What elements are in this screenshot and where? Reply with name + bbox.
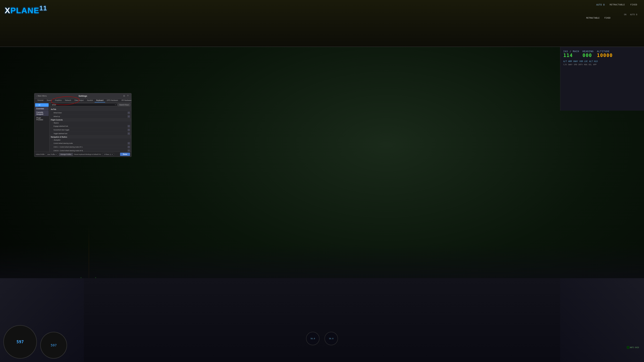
tab-sound[interactable]: Sound xyxy=(45,98,53,102)
keybind-wheel-up-label: Wheel up xyxy=(54,116,128,117)
xplane-chevron-icon: ▾ xyxy=(112,153,113,155)
active-profile-label: Active Profile xyxy=(36,153,44,155)
tab-vr-hardware[interactable]: VR Hardware xyxy=(120,98,133,102)
ap-altitude-label: ALTITUDE xyxy=(597,50,613,53)
settings-dialog: ‹ Main Menu Settings ⊡ ? General Sound G… xyxy=(34,93,132,157)
done-button[interactable]: Done xyxy=(120,153,130,156)
search-input[interactable] xyxy=(52,104,114,106)
ap-altitude-value: 10000 xyxy=(597,53,613,58)
keybind-toggle-tailwheel: Toggle tailwheel lock xyxy=(54,133,128,134)
ap-heading-label: HEADING xyxy=(582,50,594,53)
sidebar-item-currently-assigned[interactable]: Currently Assigned xyxy=(35,111,49,116)
keybind-engage-tailwheel: Engage tailwheel lock xyxy=(54,125,128,127)
tab-gps-hardware[interactable]: GPS Hardware xyxy=(105,98,120,102)
add-key-toggle-tailwheel[interactable]: + xyxy=(128,132,130,135)
dialog-header: ‹ Main Menu Settings ⊡ ? xyxy=(34,93,131,98)
sidebar-item-plugin-provided[interactable]: Plugin Provided xyxy=(35,116,49,121)
keybind-cws-mode: Control wheel steering mode. xyxy=(54,142,128,144)
xplane-dropdown[interactable]: X-Plane 11 ▾ xyxy=(103,153,114,156)
app-logo: XPLANE11 xyxy=(5,5,47,15)
table-row: Control wheel steering mode. + xyxy=(50,141,131,145)
tab-joystick[interactable]: Joystick xyxy=(85,98,94,102)
add-key-engage-tailwheel[interactable]: + xyxy=(128,125,130,127)
xplane-value: X-Plane 11 xyxy=(104,153,111,155)
add-key-nosewheel-steer[interactable]: + xyxy=(128,129,130,131)
tab-graphics[interactable]: Graphics xyxy=(53,98,64,102)
resize-button[interactable]: ⊡ xyxy=(122,94,126,97)
tab-general[interactable]: General xyxy=(36,98,45,102)
reset-label: Reset Keyboard Bindings to Default For: xyxy=(74,153,101,155)
avitab-section-header: AviTab xyxy=(50,108,131,111)
autopilot-panel: IAS / MACH 114 HEADING 000 ALTITUDE 1000… xyxy=(560,47,644,111)
table-row: CWS B - Control wheel steering mode AP B… xyxy=(50,149,131,152)
basics-subsection-header: Basics xyxy=(50,121,131,124)
search-row: × Search Keys xyxy=(50,103,131,107)
sidebar-item-all[interactable]: All xyxy=(35,103,49,107)
autopilot-subsection-header: Autopilot xyxy=(50,139,131,141)
ap-speed-label: IAS / MACH xyxy=(563,50,579,53)
add-key-cws-mode[interactable]: + xyxy=(128,142,130,144)
tab-bar: General Sound Graphics Network Data Outp… xyxy=(34,98,131,103)
logo-text: XPLANE11 xyxy=(5,5,47,15)
bottom-bar: Active Profile User Profile ▾ Manage Pro… xyxy=(34,152,131,157)
search-clear-button[interactable]: × xyxy=(115,104,116,106)
search-input-wrap: × xyxy=(50,103,117,106)
table-row: Toggle tailwheel lock + xyxy=(50,132,131,135)
add-key-cws-b[interactable]: + xyxy=(128,149,130,152)
tab-keyboard[interactable]: Keyboard xyxy=(94,98,105,102)
nav-radios-section-header: Navigation & Radios xyxy=(50,135,131,139)
profile-chevron-icon: ▾ xyxy=(56,153,56,155)
center-instrument-panel: 56.0 56.0 xyxy=(84,278,560,362)
table-row: Wheel up + xyxy=(50,115,131,118)
tab-network[interactable]: Network xyxy=(64,98,73,102)
add-key-wheel-down[interactable]: + xyxy=(128,112,130,114)
dialog-body: All Essentials Currently Assigned Plugin… xyxy=(34,103,131,152)
bottom-panel: 597 597 56.0 56.0 ANTI-SKID xyxy=(0,245,644,362)
content-area: AviTab Wheel down + Wheel up + Flight Co… xyxy=(50,107,131,152)
table-row: Engage tailwheel lock + xyxy=(50,124,131,128)
tab-data-output[interactable]: Data Output xyxy=(73,98,85,102)
keybind-wheel-down-label: Wheel down xyxy=(54,112,128,114)
table-row: Nosewheel steer toggle + xyxy=(50,128,131,132)
dialog-title: Settings xyxy=(78,95,87,97)
keybind-nosewheel-steer: Nosewheel steer toggle xyxy=(54,129,128,131)
sidebar-item-essentials[interactable]: Essentials xyxy=(35,107,49,110)
top-instrument-panel: AUTO B RETRACTABLE FIXED ON AUTO B RETRA… xyxy=(0,0,644,47)
table-row: CWS A - Control wheel steering mode AP A… xyxy=(50,145,131,149)
right-instrument-panel: ANTI-SKID xyxy=(560,278,644,362)
keybind-cws-b: CWS B - Control wheel steering mode AP B… xyxy=(54,150,128,151)
add-key-cws-a[interactable]: + xyxy=(128,146,130,148)
profile-dropdown[interactable]: User Profile ▾ xyxy=(46,153,58,156)
table-row: Wheel down + xyxy=(50,111,131,115)
ap-heading-value: 000 xyxy=(582,53,594,58)
manage-profiles-button[interactable]: Manage Profiles xyxy=(59,153,73,156)
profile-value: User Profile xyxy=(47,153,55,155)
help-button[interactable]: ? xyxy=(126,94,129,97)
back-label: Main Menu xyxy=(38,95,47,97)
back-button[interactable]: ‹ Main Menu xyxy=(36,95,47,97)
chevron-left-icon: ‹ xyxy=(36,95,37,97)
ap-speed-value: 114 xyxy=(563,53,579,58)
flight-controls-section-header: Flight Controls xyxy=(50,118,131,121)
add-key-wheel-up[interactable]: + xyxy=(128,115,130,118)
sidebar: All Essentials Currently Assigned Plugin… xyxy=(34,103,50,152)
search-keys-button[interactable]: Search Keys xyxy=(118,103,130,106)
keybind-cws-a: CWS A - Control wheel steering mode AP A… xyxy=(54,146,128,148)
left-instrument-panel: 597 597 xyxy=(0,278,84,362)
